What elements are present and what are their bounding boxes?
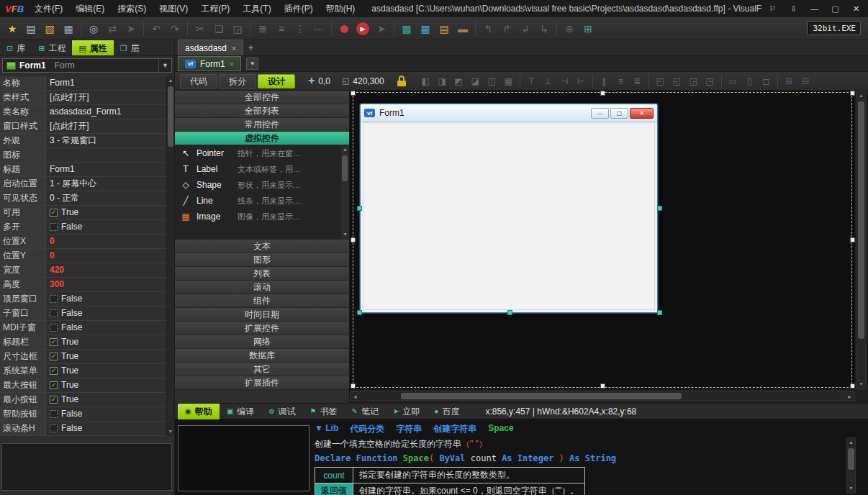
step-run-icon[interactable]: ➤ (373, 20, 390, 37)
property-value[interactable]: [点此打开] (46, 91, 167, 104)
maximize-button[interactable]: ▢ (825, 0, 846, 17)
toolbox-category[interactable]: 滚动 (175, 281, 349, 294)
list-icon[interactable]: ⋮ (291, 20, 309, 37)
favorites-icon[interactable]: ★ (4, 20, 21, 37)
minimize-button[interactable]: — (804, 0, 825, 17)
new-file-icon[interactable]: ▤ (22, 20, 40, 37)
center-vertical-icon[interactable]: ▦ (501, 74, 516, 88)
help-breadcrumb-item[interactable]: ▼ Lib (315, 423, 338, 435)
run-icon[interactable]: ▶ (356, 22, 369, 35)
checkbox-unchecked-icon[interactable] (50, 424, 58, 432)
arrange-left-icon[interactable]: ↲ (517, 20, 534, 37)
checkbox-unchecked-icon[interactable] (50, 324, 58, 332)
selection-handle[interactable] (357, 206, 362, 211)
arrange-down-icon[interactable]: ↱ (498, 20, 515, 37)
checkbox-unchecked-icon[interactable] (50, 223, 58, 231)
add-control-icon[interactable]: ⊞ (782, 74, 797, 88)
tab-form1-designer[interactable]: vf Form1 × (178, 56, 241, 71)
form-preview[interactable]: vf Form1 — ▢ ✕ (360, 104, 658, 313)
selection-handle[interactable] (657, 206, 662, 211)
toolbox-category[interactable]: 网络 (175, 335, 349, 349)
help-scrollbar[interactable]: ▲ ▼ (846, 437, 856, 494)
close-button[interactable]: ✕ (846, 0, 867, 17)
remove-control-icon[interactable]: ⊟ (798, 74, 813, 88)
save-icon[interactable]: ▦ (60, 20, 77, 37)
property-value[interactable]: ✓True (46, 378, 167, 392)
tab-compile[interactable]: ▣编译 (220, 404, 261, 419)
toolbox-category[interactable]: 扩展控件 (175, 322, 349, 335)
goto-icon[interactable]: ➤ (122, 20, 140, 37)
property-value[interactable]: 0 - 正常 (46, 191, 167, 205)
lock-size-icon[interactable]: ▭ (725, 74, 741, 88)
panel-tab-properties[interactable]: ▤属性 (72, 40, 113, 55)
property-value[interactable]: Form1 (46, 163, 167, 176)
redo-icon[interactable]: ↷ (166, 20, 184, 37)
toolbox-category[interactable]: 全部控件 (175, 91, 349, 104)
property-value[interactable]: 420 (46, 263, 167, 277)
collapse-button[interactable]: ⇩ (783, 0, 804, 17)
tab-list-dropdown[interactable]: ▼ (246, 58, 258, 70)
property-value[interactable]: ✓True (46, 364, 167, 378)
distribute-icon[interactable]: ≣ (630, 74, 645, 88)
help-breadcrumb-item[interactable]: 创建字符串 (433, 423, 476, 435)
property-value[interactable]: False (46, 220, 167, 234)
scrollbar-thumb[interactable] (342, 155, 348, 181)
paste-icon[interactable]: ◲ (229, 20, 246, 37)
close-tab-icon[interactable]: × (232, 40, 236, 56)
same-height-icon[interactable]: ⊥ (541, 74, 556, 88)
toolbox-category[interactable]: 图形 (175, 253, 349, 267)
scrollbar-thumb[interactable] (401, 393, 682, 399)
toolbox-category[interactable]: 组件 (175, 294, 349, 308)
toolbox-control[interactable]: ◇Shape形状，用来显示… (175, 177, 349, 193)
menu-item[interactable]: 视图(V) (153, 0, 194, 17)
tab-immediate[interactable]: ➤立即 (386, 404, 427, 419)
menu-item[interactable]: 工程(P) (194, 0, 236, 17)
scrollbar-thumb[interactable] (858, 101, 864, 339)
scroll-down-icon[interactable]: ▼ (167, 427, 174, 436)
help-breadcrumb-item[interactable]: Space (488, 423, 513, 435)
panel-tab-layers[interactable]: ❐层 (114, 40, 146, 55)
toolbox-category[interactable]: 常用控件 (175, 118, 349, 132)
same-width-icon[interactable]: ⊤ (524, 74, 539, 88)
toolbox-control[interactable]: ▦Image图像，用来显示… (175, 209, 349, 224)
tab-asdasdasd[interactable]: asdasdasd × (178, 40, 243, 55)
tab-order-icon[interactable]: ▯ (742, 74, 757, 88)
scroll-up-icon[interactable]: ▲ (167, 76, 174, 85)
property-value[interactable]: 0 (46, 249, 167, 263)
code-format-icon[interactable]: ⊞ (579, 20, 597, 37)
arrange-right-icon[interactable]: ↳ (535, 20, 553, 37)
toolbox-scrollbar[interactable]: ▲ ▼ (340, 145, 349, 239)
space-vertical-icon[interactable]: ≡ (613, 74, 628, 88)
align-left-icon[interactable]: ◧ (418, 74, 433, 88)
panel-tab-library[interactable]: ⊡库 (0, 40, 32, 55)
bring-front-icon[interactable]: ◰ (653, 74, 668, 88)
menu-item[interactable]: 插件(P) (278, 0, 320, 17)
view-grid-icon[interactable]: ◻ (759, 74, 774, 88)
property-value[interactable]: 300 (46, 278, 167, 291)
toolbox-category[interactable]: 文本 (175, 240, 349, 253)
compile-icon[interactable]: ⬢ (335, 20, 353, 37)
checkbox-unchecked-icon[interactable] (50, 410, 58, 418)
tab-debug[interactable]: ⊚调试 (261, 404, 302, 419)
toolbox-category[interactable]: 扩展插件 (175, 376, 349, 390)
tab-help[interactable]: ◉帮助 (178, 404, 220, 419)
property-value[interactable]: False (46, 292, 167, 306)
property-value[interactable]: 1 - 屏幕中心 (46, 177, 167, 191)
checkbox-unchecked-icon[interactable] (50, 295, 58, 303)
same-size-icon[interactable]: ⊣ (557, 74, 572, 88)
object-selector[interactable]: Form1 Form ▼ (2, 58, 172, 73)
scroll-down-icon[interactable]: ▼ (847, 484, 855, 493)
outdent-icon[interactable]: ≡ (273, 20, 290, 37)
panel-tab-project[interactable]: ⊞工程 (32, 40, 72, 55)
scroll-right-icon[interactable]: ► (845, 392, 854, 400)
cut-icon[interactable]: ✂ (191, 20, 209, 37)
scroll-down-icon[interactable]: ▼ (341, 230, 349, 239)
property-value[interactable]: ✓True (46, 393, 167, 407)
design-area-handle[interactable] (351, 237, 356, 242)
ungroup-icon[interactable]: ◳ (702, 74, 718, 88)
wrap-icon[interactable]: ⋯ (310, 20, 327, 37)
align-top-icon[interactable]: ◩ (451, 74, 466, 88)
design-area-handle[interactable] (600, 383, 605, 389)
tab-notes[interactable]: ✎笔记 (345, 404, 386, 419)
scrollbar-thumb[interactable] (168, 86, 173, 147)
